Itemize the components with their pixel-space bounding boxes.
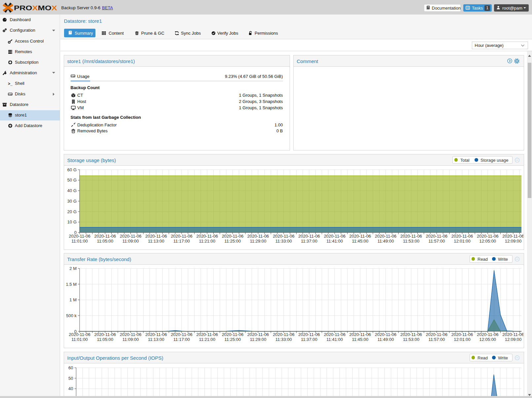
svg-text:2020-11-06: 2020-11-06: [247, 234, 269, 239]
svg-text:11:13:00: 11:13:00: [148, 239, 164, 244]
svg-text:12:09:00: 12:09:00: [505, 337, 522, 342]
svg-text:2020-11-06: 2020-11-06: [196, 332, 218, 337]
svg-text:2020-11-06: 2020-11-06: [94, 234, 116, 239]
svg-text:2020-11-06: 2020-11-06: [94, 332, 116, 337]
svg-text:2020-11-06: 2020-11-06: [196, 234, 218, 239]
svg-text:50 G: 50 G: [67, 178, 77, 182]
svg-text:11:33:00: 11:33:00: [275, 239, 292, 244]
svg-text:12:05:00: 12:05:00: [479, 239, 496, 244]
svg-text:2020-11-06: 2020-11-06: [349, 332, 371, 337]
svg-text:2020-11-06: 2020-11-06: [375, 234, 397, 239]
svg-text:12:01:00: 12:01:00: [454, 337, 471, 342]
svg-text:11:09:00: 11:09:00: [123, 337, 139, 342]
svg-text:2020-11-06: 2020-11-06: [69, 234, 90, 239]
svg-text:11:45:00: 11:45:00: [352, 239, 369, 244]
svg-text:2020-11-06: 2020-11-06: [400, 332, 422, 337]
svg-text:2020-11-06: 2020-11-06: [171, 234, 193, 239]
svg-text:2020-11-06: 2020-11-06: [451, 332, 473, 337]
svg-text:11:25:00: 11:25:00: [225, 239, 241, 244]
svg-text:11:53:00: 11:53:00: [403, 239, 419, 244]
svg-text:2020-11-06: 2020-11-06: [477, 332, 499, 337]
svg-text:2020-11-06: 2020-11-06: [324, 234, 346, 239]
svg-text:2020-11-06: 2020-11-06: [298, 234, 320, 239]
svg-text:2020-11-06: 2020-11-06: [298, 332, 320, 337]
svg-text:1.5 M: 1.5 M: [66, 282, 77, 287]
svg-text:2020-11-06: 2020-11-06: [375, 332, 397, 337]
svg-text:11:21:00: 11:21:00: [199, 337, 215, 342]
svg-text:2020-11-06: 2020-11-06: [451, 234, 473, 239]
svg-text:2020-11-06: 2020-11-06: [247, 332, 269, 337]
svg-text:11:01:00: 11:01:00: [71, 337, 88, 342]
svg-text:11:09:00: 11:09:00: [123, 239, 139, 244]
svg-text:2020-11-06: 2020-11-06: [145, 234, 167, 239]
svg-text:2020-11-06: 2020-11-06: [502, 332, 523, 337]
svg-text:1 M: 1 M: [69, 297, 77, 302]
svg-text:12:09:00: 12:09:00: [505, 239, 522, 244]
svg-text:2020-11-06: 2020-11-06: [426, 332, 448, 337]
svg-text:2020-11-06: 2020-11-06: [222, 332, 244, 337]
svg-text:11:05:00: 11:05:00: [97, 337, 113, 342]
svg-text:40: 40: [68, 386, 73, 391]
svg-text:11:49:00: 11:49:00: [377, 239, 394, 244]
svg-text:>_: >_: [8, 81, 13, 86]
svg-text:60 G: 60 G: [67, 167, 77, 172]
svg-text:500 k: 500 k: [66, 313, 77, 318]
svg-text:11:45:00: 11:45:00: [352, 337, 369, 342]
svg-text:2020-11-06: 2020-11-06: [400, 234, 422, 239]
svg-text:2020-11-06: 2020-11-06: [349, 234, 371, 239]
svg-text:11:21:00: 11:21:00: [199, 239, 215, 244]
svg-text:11:57:00: 11:57:00: [428, 337, 445, 342]
svg-text:2020-11-06: 2020-11-06: [145, 332, 167, 337]
svg-text:11:37:00: 11:37:00: [301, 337, 317, 342]
svg-text:12:01:00: 12:01:00: [454, 239, 471, 244]
svg-text:2020-11-06: 2020-11-06: [120, 332, 142, 337]
svg-text:11:05:00: 11:05:00: [97, 239, 113, 244]
svg-text:40 G: 40 G: [67, 188, 77, 193]
svg-text:11:37:00: 11:37:00: [301, 239, 317, 244]
svg-text:30 G: 30 G: [67, 199, 77, 204]
svg-text:2020-11-06: 2020-11-06: [502, 234, 523, 239]
svg-text:2020-11-06: 2020-11-06: [171, 332, 193, 337]
svg-text:11:29:00: 11:29:00: [250, 337, 266, 342]
svg-text:11:41:00: 11:41:00: [327, 337, 343, 342]
svg-text:11:41:00: 11:41:00: [327, 239, 343, 244]
svg-text:11:17:00: 11:17:00: [173, 239, 190, 244]
svg-text:20 G: 20 G: [67, 209, 77, 214]
svg-text:2020-11-06: 2020-11-06: [324, 332, 346, 337]
svg-text:11:25:00: 11:25:00: [225, 337, 241, 342]
svg-text:11:17:00: 11:17:00: [173, 337, 190, 342]
svg-text:11:53:00: 11:53:00: [403, 337, 419, 342]
svg-text:2020-11-06: 2020-11-06: [120, 234, 142, 239]
svg-text:2 M: 2 M: [69, 266, 77, 271]
svg-text:11:01:00: 11:01:00: [71, 239, 88, 244]
svg-text:11:13:00: 11:13:00: [148, 337, 164, 342]
svg-text:11:57:00: 11:57:00: [428, 239, 445, 244]
svg-text:2020-11-06: 2020-11-06: [222, 234, 244, 239]
svg-text:60: 60: [68, 365, 73, 370]
svg-text:12:05:00: 12:05:00: [479, 337, 496, 342]
svg-text:10 G: 10 G: [67, 219, 77, 224]
svg-text:2020-11-06: 2020-11-06: [477, 234, 499, 239]
svg-text:11:49:00: 11:49:00: [377, 337, 394, 342]
svg-text:2020-11-06: 2020-11-06: [273, 234, 295, 239]
svg-text:11:33:00: 11:33:00: [275, 337, 292, 342]
svg-text:50: 50: [68, 376, 73, 381]
svg-text:2020-11-06: 2020-11-06: [69, 332, 90, 337]
svg-text:2020-11-06: 2020-11-06: [273, 332, 295, 337]
svg-text:11:29:00: 11:29:00: [250, 239, 266, 244]
svg-text:2020-11-06: 2020-11-06: [426, 234, 448, 239]
